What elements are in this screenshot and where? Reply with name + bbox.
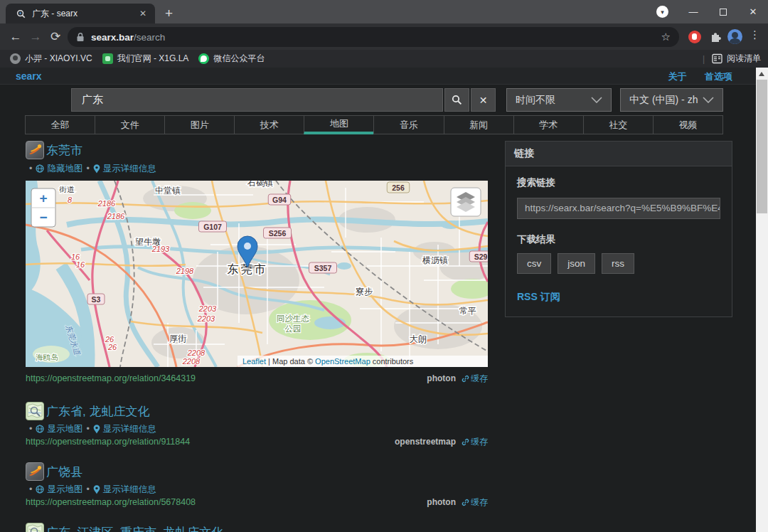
- tab-music[interactable]: 音乐: [373, 115, 444, 134]
- browser-menu-icon[interactable]: ⋮: [750, 28, 760, 41]
- route-number-label: 2198: [176, 267, 194, 275]
- reading-list-icon: [712, 53, 722, 64]
- cached-link[interactable]: 缓存: [462, 496, 488, 509]
- leaflet-link[interactable]: Leaflet: [242, 357, 266, 366]
- adblock-extension-icon[interactable]: [688, 31, 701, 43]
- bookmark-item[interactable]: 小羿 - XIAOYI.VC: [10, 53, 92, 65]
- result-title[interactable]: 广东省, 龙虬庄文化: [46, 403, 149, 420]
- openstreetmap-link[interactable]: OpenStreetMap: [315, 357, 370, 366]
- profile-avatar[interactable]: [727, 29, 742, 44]
- forward-button[interactable]: →: [26, 30, 46, 44]
- minimize-button[interactable]: —: [678, 0, 708, 23]
- cached-link[interactable]: 缓存: [462, 436, 488, 448]
- bookmark-item[interactable]: 我们官网 - X1G.LA: [102, 53, 189, 65]
- search-url-label: 搜索链接: [517, 176, 720, 189]
- bullet: •: [86, 484, 89, 494]
- route-number-label: 2186: [107, 212, 125, 220]
- zoom-in-button[interactable]: +: [39, 191, 47, 206]
- scrollbar-thumb[interactable]: [757, 80, 767, 213]
- maximize-icon: [720, 9, 727, 16]
- close-button[interactable]: ✕: [738, 0, 768, 23]
- globe-icon: [36, 164, 44, 173]
- result-title[interactable]: 东莞市: [46, 142, 82, 159]
- road-badge-label: S357: [314, 264, 332, 272]
- reading-list-button[interactable]: | 阅读清单: [703, 50, 761, 68]
- tab-search-icon[interactable]: ▾: [656, 6, 668, 18]
- show-map-link[interactable]: 显示地图: [36, 423, 82, 435]
- tab-it[interactable]: 技术: [234, 115, 304, 134]
- hide-map-link[interactable]: 隐藏地图: [36, 163, 82, 175]
- show-details-link[interactable]: 显示详细信息: [93, 423, 156, 435]
- map-place-label: 同沙生态: [277, 314, 310, 323]
- result-url[interactable]: https://openstreetmap.org/relation/34643…: [26, 373, 196, 383]
- map-place-label: 中堂镇: [155, 186, 181, 196]
- about-link[interactable]: 关于: [668, 71, 686, 82]
- tab-close-icon[interactable]: ✕: [137, 7, 149, 20]
- bookmark-star-icon[interactable]: ☆: [661, 31, 671, 43]
- result-url[interactable]: https://openstreetmap.org/relation/56784…: [26, 497, 196, 507]
- scrollbar-up-icon[interactable]: [759, 72, 764, 76]
- search-icon: [452, 95, 462, 105]
- download-rss-button[interactable]: rss: [602, 253, 634, 274]
- road-badge-label: G94: [272, 196, 287, 204]
- tab-files[interactable]: 文件: [95, 115, 165, 134]
- new-tab-button[interactable]: +: [165, 6, 173, 20]
- category-tabs: 全部文件图片技术地图音乐新闻学术社交视频: [26, 115, 723, 134]
- chevron-down-icon: [591, 97, 602, 103]
- result-url[interactable]: https://openstreetmap.org/relation/91184…: [26, 437, 190, 447]
- site-green-icon: [102, 53, 113, 64]
- show-details-link[interactable]: 显示详细信息: [93, 163, 156, 175]
- download-csv-button[interactable]: csv: [517, 253, 551, 274]
- chain-link-icon: [462, 499, 469, 506]
- show-map-link[interactable]: 显示地图: [36, 484, 82, 496]
- bullet: •: [29, 484, 32, 494]
- result-title[interactable]: 广东, 江津区, 重庆市, 龙虬庄文化: [46, 524, 223, 532]
- tab-social[interactable]: 社交: [583, 115, 654, 134]
- chevron-down-icon: [703, 97, 714, 103]
- time-range-select[interactable]: 时间不限: [506, 88, 612, 112]
- browser-toolbar: ← → ⟳ searx.bar/search ☆ ⋮: [0, 23, 768, 50]
- search-button[interactable]: [444, 88, 469, 112]
- route-number-label: 26: [107, 343, 117, 351]
- search-url-box[interactable]: https://searx.bar/search?q=%E5%B9%BF%E4%: [517, 198, 720, 219]
- reload-button[interactable]: ⟳: [46, 29, 65, 44]
- map[interactable]: G94G107S256S357S29S3256 街道中堂镇石碣镇望牛墩东莞市横沥…: [26, 181, 488, 367]
- map-place-label: 海鸥岛: [36, 353, 58, 361]
- route-number-label: 2208: [187, 349, 206, 357]
- bullet: •: [29, 424, 32, 434]
- address-bar[interactable]: searx.bar/search ☆: [68, 27, 679, 47]
- browser-tab[interactable]: 广东 - searx ✕: [6, 4, 155, 23]
- download-json-button[interactable]: json: [558, 253, 595, 274]
- bookmark-item[interactable]: 微信公众平台: [198, 53, 265, 65]
- rss-subscribe-link[interactable]: RSS 订阅: [517, 291, 720, 304]
- preferences-link[interactable]: 首选项: [705, 71, 732, 82]
- tab-images[interactable]: 图片: [164, 115, 235, 134]
- map-zoom-control: + −: [31, 188, 55, 227]
- tab-general[interactable]: 全部: [25, 115, 95, 134]
- zoom-out-button[interactable]: −: [39, 210, 47, 225]
- route-number-label: 2193: [151, 245, 170, 253]
- tab-news[interactable]: 新闻: [444, 115, 514, 134]
- maximize-button[interactable]: [708, 0, 738, 23]
- result-title[interactable]: 广饶县: [46, 464, 82, 480]
- tab-videos[interactable]: 视频: [653, 115, 723, 134]
- route-number-label: 16: [76, 260, 85, 269]
- reading-list-label: 阅读清单: [727, 53, 761, 65]
- tab-map[interactable]: 地图: [304, 115, 374, 134]
- show-details-link[interactable]: 显示详细信息: [93, 484, 156, 496]
- divider: |: [703, 54, 705, 64]
- page-scrollbar[interactable]: [756, 68, 768, 532]
- clear-search-button[interactable]: ✕: [471, 88, 496, 112]
- photon-favicon-icon: [26, 462, 44, 481]
- extensions-puzzle-icon[interactable]: [709, 31, 722, 43]
- search-input[interactable]: [71, 88, 443, 112]
- searx-page: searx 关于 首选项 ✕ 时间不限 中文 (中国) - zh-CN 全部文件…: [0, 68, 756, 532]
- layers-control-icon[interactable]: [451, 188, 481, 216]
- language-select[interactable]: 中文 (中国) - zh-CN: [620, 88, 723, 112]
- cached-link[interactable]: 缓存: [462, 373, 488, 385]
- map-attribution: Leaflet | Map data © OpenStreetMap contr…: [238, 356, 488, 367]
- map-place-label: 石碣镇: [247, 181, 273, 188]
- searx-logo[interactable]: searx: [16, 70, 42, 82]
- back-button[interactable]: ←: [6, 30, 26, 44]
- tab-science[interactable]: 学术: [513, 115, 584, 134]
